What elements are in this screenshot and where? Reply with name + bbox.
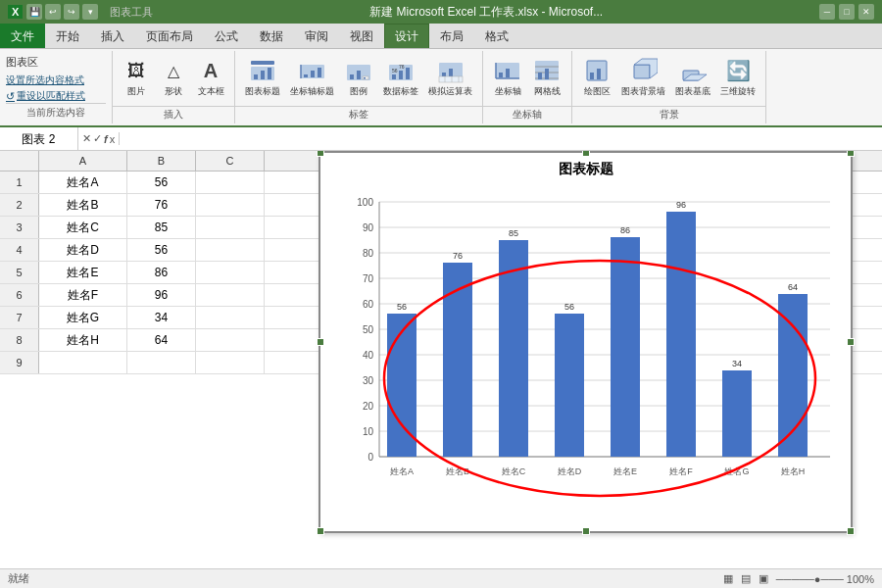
undo-icon[interactable]: ↩ [45,4,61,20]
cell-a6[interactable]: 姓名F [39,284,127,306]
svg-text:姓名D: 姓名D [558,466,582,476]
cancel-formula-icon[interactable]: ✕ [82,132,91,145]
reset-style-link[interactable]: ↺ 重设以匹配样式 [6,89,106,103]
name-box[interactable]: 图表 2 [0,127,78,151]
btn-3d-rotation[interactable]: 🔄 三维旋转 [716,55,760,100]
cell-b9[interactable] [127,352,196,373]
btn-chart-wall[interactable]: 图表背景墙 [617,55,669,100]
btn-textbox[interactable]: A 文本框 [193,55,228,100]
tab-data[interactable]: 数据 [249,24,294,48]
chart-tools-label: 图表工具 [110,5,153,20]
bar-g[interactable] [722,370,752,457]
bar-d[interactable] [555,314,584,457]
cell-a7[interactable]: 姓名G [39,307,127,328]
resize-handle-tr[interactable] [847,151,855,157]
svg-text:30: 30 [363,375,374,386]
svg-text:64: 64 [788,282,798,292]
cell-c6[interactable] [196,284,265,306]
resize-handle-tl[interactable] [317,151,324,157]
formula-input[interactable] [120,137,882,141]
resize-handle-ml[interactable] [317,338,324,346]
toolbar-more-icon[interactable]: ▾ [82,4,98,20]
btn-gridlines[interactable]: 网格线 [528,55,565,100]
svg-text:96: 96 [676,200,686,210]
cell-c4[interactable] [196,239,265,261]
resize-handle-br[interactable] [847,527,855,535]
cell-b5[interactable]: 86 [127,262,196,283]
cell-b2[interactable]: 76 [127,194,196,216]
btn-axes[interactable]: 坐标轴 [489,55,526,100]
btn-plot-area[interactable]: 绘图区 [578,55,615,100]
confirm-formula-icon[interactable]: ✓ [93,132,102,145]
cell-c3[interactable] [196,217,265,238]
cell-b8[interactable]: 64 [127,329,196,351]
col-header-b[interactable]: B [127,151,196,171]
cell-b7[interactable]: 34 [127,307,196,328]
redo-icon[interactable]: ↪ [64,4,79,20]
cell-b3[interactable]: 85 [127,217,196,238]
cell-c9[interactable] [196,352,265,373]
cell-a9[interactable] [39,352,127,373]
btn-data-labels[interactable]: 5676 数据标签 [379,55,422,100]
svg-text:50: 50 [363,324,374,335]
cell-c7[interactable] [196,307,265,328]
insert-function-icon[interactable]: f [104,133,108,145]
cell-b4[interactable]: 56 [127,239,196,261]
btn-data-table[interactable]: 模拟运算表 [424,55,476,100]
bar-b[interactable] [443,263,472,457]
tab-start[interactable]: 开始 [45,24,90,48]
btn-chart-floor[interactable]: 图表基底 [671,55,714,100]
tab-formula[interactable]: 公式 [204,24,249,48]
resize-handle-tm[interactable] [582,151,590,157]
tab-review[interactable]: 审阅 [294,24,339,48]
bar-e[interactable] [611,237,640,457]
col-header-a[interactable]: A [39,151,127,171]
format-selection-link[interactable]: 设置所选内容格式 [6,74,106,87]
normal-view-icon[interactable]: ▦ [723,572,733,585]
cell-b6[interactable]: 96 [127,284,196,306]
tab-layout[interactable]: 布局 [429,24,474,48]
resize-handle-bl[interactable] [317,527,324,535]
cell-a3[interactable]: 姓名C [39,217,127,238]
chart-svg-wrapper: 0 10 20 30 40 50 60 70 80 90 100 [320,182,851,528]
btn-legend-label: 图例 [350,85,368,98]
svg-text:34: 34 [732,359,742,368]
cell-c1[interactable] [196,172,265,193]
cell-a8[interactable]: 姓名H [39,329,127,351]
page-break-view-icon[interactable]: ▣ [759,572,768,585]
zoom-slider[interactable]: ─────●─── 100% [776,572,874,585]
minimize-icon[interactable]: ─ [819,4,835,20]
cell-a4[interactable]: 姓名D [39,239,127,261]
excel-logo: X [8,5,23,19]
cell-a1[interactable]: 姓名A [39,172,127,193]
chart-container[interactable]: 图表标题 [318,151,853,533]
btn-shape[interactable]: △ 形状 [156,55,191,100]
chart-floor-icon [679,57,707,84]
btn-chart-title[interactable]: 图表标题 [241,55,284,100]
tab-view[interactable]: 视图 [339,24,384,48]
resize-handle-mr[interactable] [847,338,855,346]
background-section-label: 背景 [572,106,765,123]
tab-design[interactable]: 设计 [384,24,429,48]
tab-insert[interactable]: 插入 [90,24,135,48]
cell-c2[interactable] [196,194,265,216]
btn-axis-title[interactable]: 坐标轴标题 [286,55,338,100]
cell-c5[interactable] [196,262,265,283]
btn-image[interactable]: 🖼 图片 [119,55,154,100]
tab-file[interactable]: 文件 [0,24,45,48]
save-icon[interactable]: 💾 [26,4,42,20]
svg-rect-7 [311,71,315,77]
page-layout-view-icon[interactable]: ▤ [741,572,751,585]
col-header-c[interactable]: C [196,151,265,171]
tab-page-layout[interactable]: 页面布局 [135,24,204,48]
cell-b1[interactable]: 56 [127,172,196,193]
btn-legend[interactable]: 图例 [340,55,377,100]
tab-format[interactable]: 格式 [474,24,519,48]
maximize-icon[interactable]: □ [839,4,855,20]
cell-a2[interactable]: 姓名B [39,194,127,216]
bar-f[interactable] [666,212,696,457]
close-icon[interactable]: ✕ [858,4,874,20]
cell-a5[interactable]: 姓名E [39,262,127,283]
resize-handle-bm[interactable] [582,527,590,535]
cell-c8[interactable] [196,329,265,351]
